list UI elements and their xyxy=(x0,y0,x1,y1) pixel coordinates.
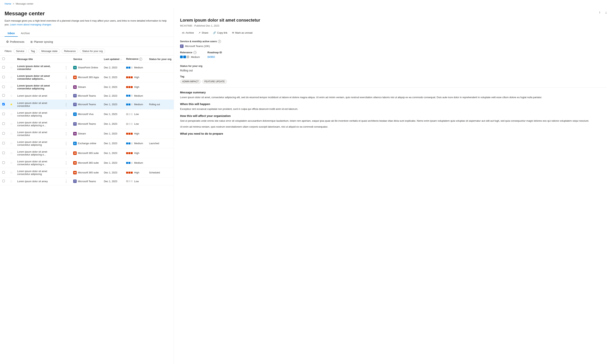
star-icon[interactable]: ☆ xyxy=(10,142,13,145)
table-row[interactable]: ☆ Lorem ipsum dolor sit amet consectetur… xyxy=(0,119,174,129)
row-checkbox-cell[interactable] xyxy=(0,109,8,119)
nav-next-button[interactable]: ↓ xyxy=(604,10,608,15)
star-icon[interactable]: ☆ xyxy=(10,180,13,183)
row-checkbox-cell[interactable] xyxy=(0,72,8,82)
row-star-cell[interactable]: ☆ xyxy=(8,92,15,100)
row-checkbox-cell[interactable] xyxy=(0,148,8,158)
row-star-cell[interactable]: ☆ xyxy=(8,72,15,82)
filter-status[interactable]: Status for your org xyxy=(80,49,105,53)
row-star-cell[interactable]: ☆ xyxy=(8,109,15,119)
row-checkbox-cell[interactable] xyxy=(0,138,8,148)
three-dot-menu[interactable]: ⋮ xyxy=(64,93,69,98)
table-row[interactable]: ★ Lorem ipsum dolor sit amet consectetur… xyxy=(0,100,174,109)
row-checkbox[interactable] xyxy=(2,66,5,69)
three-dot-menu[interactable]: ⋮ xyxy=(64,122,69,126)
row-checkbox-cell[interactable] xyxy=(0,177,8,185)
row-star-cell[interactable]: ☆ xyxy=(8,148,15,158)
row-menu-cell[interactable]: ⋮ xyxy=(61,138,71,148)
row-menu-cell[interactable]: ⋮ xyxy=(61,129,71,138)
row-checkbox-cell[interactable] xyxy=(0,158,8,168)
three-dot-menu[interactable]: ⋮ xyxy=(64,161,69,165)
filter-tag[interactable]: Tag xyxy=(28,49,37,53)
row-checkbox-cell[interactable] xyxy=(0,82,8,92)
info-icon-service[interactable]: i xyxy=(218,40,221,43)
row-star-cell[interactable]: ☆ xyxy=(8,63,15,72)
row-checkbox-cell[interactable] xyxy=(0,100,8,109)
tab-archive[interactable]: Archive xyxy=(18,30,33,37)
row-checkbox[interactable] xyxy=(2,86,5,88)
row-star-cell[interactable]: ☆ xyxy=(8,158,15,168)
row-star-cell[interactable]: ☆ xyxy=(8,82,15,92)
three-dot-menu[interactable]: ⋮ xyxy=(64,65,69,70)
tab-inbox[interactable]: Inbox xyxy=(5,30,18,37)
three-dot-menu[interactable]: ⋮ xyxy=(64,85,69,89)
three-dot-menu[interactable]: ⋮ xyxy=(64,179,69,183)
table-row[interactable]: ☆ Lorem ipsum dolor sit amet consectetur… xyxy=(0,109,174,119)
three-dot-menu[interactable]: ⋮ xyxy=(64,141,69,146)
row-menu-cell[interactable]: ⋮ xyxy=(61,82,71,92)
col-header-updated[interactable]: Last updated ↓ xyxy=(101,56,124,63)
star-icon[interactable]: ☆ xyxy=(10,161,13,164)
star-icon[interactable]: ☆ xyxy=(10,132,13,135)
row-menu-cell[interactable]: ⋮ xyxy=(61,168,71,177)
row-checkbox[interactable] xyxy=(2,113,5,115)
share-button[interactable]: ↗ Share xyxy=(196,30,210,35)
mark-unread-button[interactable]: ✉ Mark as unread xyxy=(230,30,254,35)
table-row[interactable]: ☆ Lorem ipsum dolor sit amet consectetur… xyxy=(0,158,174,168)
three-dot-menu[interactable]: ⋮ xyxy=(64,75,69,80)
three-dot-menu[interactable]: ⋮ xyxy=(64,151,69,156)
row-menu-cell[interactable]: ⋮ xyxy=(61,148,71,158)
row-menu-cell[interactable]: ⋮ xyxy=(61,72,71,82)
row-star-cell[interactable]: ☆ xyxy=(8,138,15,148)
row-checkbox-cell[interactable] xyxy=(0,168,8,177)
star-icon[interactable]: ☆ xyxy=(10,94,13,97)
table-row[interactable]: ☆ Lorem ipsum dolor sit amet consectetur… xyxy=(0,138,174,148)
row-checkbox-cell[interactable] xyxy=(0,63,8,72)
nav-prev-button[interactable]: ↑ xyxy=(597,10,602,15)
row-star-cell[interactable]: ★ xyxy=(8,100,15,109)
row-checkbox[interactable] xyxy=(2,132,5,135)
row-menu-cell[interactable]: ⋮ xyxy=(61,63,71,72)
select-all-checkbox[interactable] xyxy=(2,57,5,60)
three-dot-menu[interactable]: ⋮ xyxy=(64,131,69,136)
learn-more-link[interactable]: Learn more about managing changes xyxy=(10,23,51,26)
star-icon[interactable]: ☆ xyxy=(10,66,13,69)
row-checkbox[interactable] xyxy=(2,76,5,78)
preferences-button[interactable]: ⚙ Preferences xyxy=(5,39,26,44)
star-icon[interactable]: ☆ xyxy=(10,113,13,116)
star-icon[interactable]: ★ xyxy=(10,103,13,106)
table-row[interactable]: ☆ Lorem ipsum dolor sit amet consectetur… xyxy=(0,82,174,92)
row-checkbox-cell[interactable] xyxy=(0,119,8,129)
star-icon[interactable]: ☆ xyxy=(10,171,13,174)
col-header-relevance[interactable]: Relevance i xyxy=(124,56,147,63)
planner-syncing-button[interactable]: ⊞ Planner syncing xyxy=(29,39,54,44)
breadcrumb-home[interactable]: Home xyxy=(5,2,11,5)
table-row[interactable]: ☆ Lorem ipsum dolor sit amet consectetur… xyxy=(0,148,174,158)
table-row[interactable]: ☆ Lorem ipsum dolor sit amet consectetur… xyxy=(0,72,174,82)
copy-link-button[interactable]: 🔗 Copy link xyxy=(211,30,229,35)
roadmap-link[interactable]: 84960 xyxy=(207,55,215,58)
row-star-cell[interactable]: ☆ xyxy=(8,177,15,185)
row-checkbox-cell[interactable] xyxy=(0,129,8,138)
info-icon-relevance-detail[interactable]: i xyxy=(193,51,196,54)
row-checkbox[interactable] xyxy=(2,142,5,144)
row-star-cell[interactable]: ☆ xyxy=(8,119,15,129)
star-icon[interactable]: ☆ xyxy=(10,76,13,79)
info-icon-relevance[interactable]: i xyxy=(139,58,142,61)
row-checkbox[interactable] xyxy=(2,161,5,164)
row-checkbox-cell[interactable] xyxy=(0,92,8,100)
row-checkbox[interactable] xyxy=(2,171,5,174)
filter-service[interactable]: Service xyxy=(14,49,27,53)
three-dot-menu[interactable]: ⋮ xyxy=(64,102,69,107)
table-row[interactable]: ☆ Lorem ipsum dolor sit amet consectetur… xyxy=(0,168,174,177)
table-row[interactable]: ☆ Lorem ipsum dolor sit amey ⋮ T Microso… xyxy=(0,177,174,185)
row-menu-cell[interactable]: ⋮ xyxy=(61,158,71,168)
filter-relevance[interactable]: Relevance xyxy=(62,49,78,53)
three-dot-menu[interactable]: ⋮ xyxy=(64,170,69,175)
table-row[interactable]: ☆ Lorem ipsum dolor sit amet, consectetu… xyxy=(0,63,174,72)
star-icon[interactable]: ☆ xyxy=(10,151,13,155)
table-row[interactable]: ☆ Lorem ipsum dolor sit amet consectetur… xyxy=(0,129,174,138)
row-checkbox[interactable] xyxy=(2,122,5,125)
archive-button[interactable]: 🗃 Archive xyxy=(180,30,196,35)
table-row[interactable]: ☆ Lorem ipsum dolor sit amet ⋮ T Microso… xyxy=(0,92,174,100)
